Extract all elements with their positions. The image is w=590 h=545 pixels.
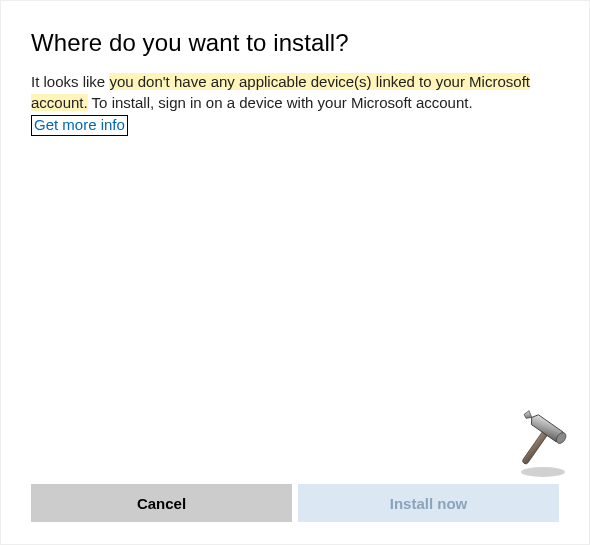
svg-point-2 bbox=[554, 431, 567, 445]
message-prefix: It looks like bbox=[31, 73, 109, 90]
button-bar: Cancel Install now bbox=[31, 484, 559, 522]
install-dialog: Where do you want to install? It looks l… bbox=[0, 0, 590, 545]
dialog-message: It looks like you don't have any applica… bbox=[31, 71, 559, 113]
more-info-link[interactable]: Get more info bbox=[34, 116, 125, 133]
hammer-icon bbox=[503, 410, 573, 480]
svg-point-0 bbox=[521, 467, 565, 477]
install-now-button[interactable]: Install now bbox=[298, 484, 559, 522]
more-info-link-wrap[interactable]: Get more info bbox=[31, 115, 128, 136]
svg-rect-1 bbox=[522, 429, 550, 465]
cancel-button[interactable]: Cancel bbox=[31, 484, 292, 522]
dialog-title: Where do you want to install? bbox=[31, 29, 559, 57]
message-suffix: To install, sign in on a device with you… bbox=[88, 94, 473, 111]
